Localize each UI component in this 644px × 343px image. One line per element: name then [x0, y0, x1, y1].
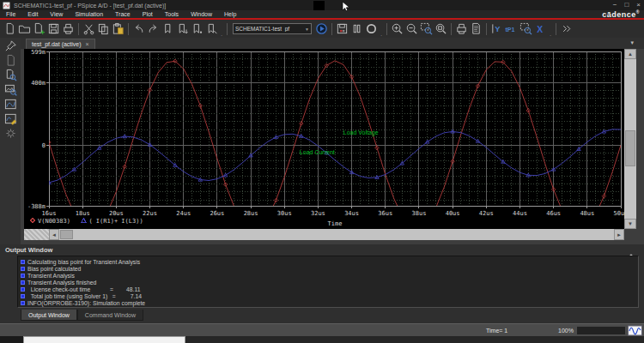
menu-item-view[interactable]: View — [44, 10, 69, 18]
page-icon — [4, 54, 17, 67]
svg-text:0: 0 — [42, 142, 46, 149]
scroll-up-icon[interactable]: ▲ — [624, 49, 636, 59]
toolbar-separator — [128, 23, 129, 35]
zoom-fit-icon — [434, 22, 447, 35]
toolbar-more-icon[interactable]: . — [379, 21, 384, 37]
delete-all-traces-button[interactable]: X — [533, 21, 548, 37]
horizontal-scrollbar[interactable]: ◄ ► — [24, 229, 624, 240]
stop-simulation-button[interactable] — [364, 21, 379, 37]
page-setup-button[interactable] — [469, 21, 483, 37]
status-bullet-icon — [21, 287, 25, 292]
evaluate-measurement-button[interactable]: tP1 — [504, 21, 519, 37]
horizontal-scroll-thumb[interactable] — [60, 230, 73, 239]
output-log-row: Calculating bias point for Transient Ana… — [20, 258, 638, 265]
cut-button[interactable] — [82, 21, 96, 37]
chart-icon — [4, 98, 17, 111]
menu-item-simulation[interactable]: Simulation — [69, 10, 109, 18]
view-simulation-results-button[interactable] — [335, 21, 349, 37]
chevron-down-icon[interactable]: ▼ — [305, 27, 309, 32]
output-log-row: License check-out time = 48.11 — [20, 286, 638, 292]
svg-text:-388m: -388m — [27, 203, 46, 210]
tab-list-dropdown-icon[interactable]: ▾ — [630, 39, 634, 46]
undo-button[interactable] — [131, 21, 146, 37]
toolbar-separator — [556, 23, 556, 35]
overlapping-window-edge — [23, 336, 185, 343]
simulation-profile-value: SCHEMATIC1-test_pf — [235, 26, 305, 32]
output-panel-tabs: Output Window Command Window — [21, 310, 143, 321]
svg-text:V(N00383): V(N00383) — [38, 218, 70, 225]
tab-output-window[interactable]: Output Window — [21, 310, 77, 321]
mark-data-points-button[interactable] — [519, 21, 533, 37]
menu-item-help[interactable]: Help — [218, 10, 242, 18]
view-output-file-button[interactable] — [3, 68, 18, 82]
view-simulation-results-button[interactable] — [3, 97, 18, 111]
cursor-y-icon: Y — [490, 22, 503, 35]
menu-item-trace[interactable]: Trace — [109, 10, 137, 18]
redo-icon — [147, 22, 160, 35]
view-schematic-button[interactable] — [3, 82, 18, 97]
menu-item-file[interactable]: File — [0, 10, 21, 18]
print-button[interactable] — [61, 21, 76, 37]
tab-close-icon[interactable]: × — [86, 41, 89, 47]
svg-text:30us: 30us — [277, 210, 292, 217]
pin-panel-button[interactable] — [3, 39, 18, 53]
zoom-out-button[interactable] — [404, 21, 419, 37]
append-waveform-button[interactable] — [32, 21, 46, 37]
vertical-scrollbar[interactable]: ▲ ▼ — [624, 49, 636, 229]
app-icon — [3, 2, 10, 9]
menu-item-edit[interactable]: Edit — [21, 10, 44, 18]
menu-item-tools[interactable]: Tools — [159, 10, 185, 18]
tab-test-pf-dat[interactable]: test_pf.dat (active) × — [26, 39, 95, 49]
current-marker-button[interactable] — [190, 21, 204, 37]
scroll-down-icon[interactable]: ▼ — [624, 219, 636, 229]
svg-text:28us: 28us — [244, 210, 258, 217]
scroll-left-icon[interactable]: ◄ — [49, 229, 59, 240]
redo-button[interactable] — [146, 21, 161, 37]
toggle-cursor-button[interactable]: Y — [489, 21, 504, 37]
tab-command-window[interactable]: Command Window — [77, 310, 143, 321]
edit-simulation-profile-button[interactable] — [3, 111, 18, 126]
chart-edit-icon — [4, 112, 17, 125]
save-button[interactable] — [46, 21, 61, 37]
marker-down-icon — [176, 22, 189, 35]
scroll-right-icon[interactable]: ► — [614, 229, 624, 240]
zoom-in-button[interactable] — [390, 21, 404, 37]
menu-item-plot[interactable]: Plot — [137, 10, 159, 18]
pause-simulation-button[interactable] — [349, 21, 364, 37]
zoom-area-button[interactable] — [419, 21, 434, 37]
output-log-row: Total job time (using Solver 1) = 7.14 — [20, 292, 638, 299]
voltage-marker-button[interactable] — [161, 21, 175, 37]
voltage-diff-marker-button[interactable] — [175, 21, 190, 37]
open-file-button[interactable] — [17, 21, 32, 37]
main-toolbar: .SCHEMATIC1-test_pf▼.YtP1X. — [0, 20, 644, 38]
simulation-settings-button[interactable] — [3, 126, 18, 141]
new-file-button[interactable] — [3, 21, 17, 37]
power-marker-button[interactable] — [204, 21, 219, 37]
toolbar-overflow-button[interactable] — [559, 21, 574, 37]
paste-button[interactable] — [111, 21, 125, 37]
svg-text:40us: 40us — [446, 210, 460, 217]
run-simulation-button[interactable] — [314, 21, 329, 37]
waveform-plot[interactable]: 599m400m0-388m16us18us20us22us24us26us28… — [24, 49, 624, 229]
toolbar-more-icon[interactable]: . — [548, 21, 553, 37]
zoom-fit-button[interactable] — [434, 21, 448, 37]
measure-icon: tP1 — [505, 22, 518, 35]
vertical-scroll-thumb[interactable] — [625, 130, 635, 166]
new-simulation-button[interactable] — [3, 53, 18, 68]
output-log-list: Calculating bias point for Transient Ana… — [17, 256, 639, 308]
status-bullet-icon — [21, 260, 25, 264]
status-bar: Time= 1 100% — [0, 323, 644, 336]
svg-text:tP1: tP1 — [505, 27, 514, 33]
menu-item-window[interactable]: Window — [185, 10, 218, 18]
marker-icon — [161, 22, 174, 35]
maximize-button[interactable]: □ — [624, 0, 629, 9]
pspice-window: SCHEMATIC1-test_pf - PSpice A/D - [test_… — [0, 0, 644, 343]
simulation-profile-select[interactable]: SCHEMATIC1-test_pf▼ — [233, 23, 312, 34]
copy-button[interactable] — [96, 21, 111, 37]
print-plot-button[interactable] — [454, 21, 469, 37]
minimize-button[interactable]: − — [613, 0, 617, 9]
toolbar-more-icon[interactable]: . — [219, 21, 224, 37]
close-button[interactable]: × — [636, 0, 641, 9]
zoom-in-icon — [391, 22, 404, 35]
toolbar-separator — [486, 23, 487, 35]
